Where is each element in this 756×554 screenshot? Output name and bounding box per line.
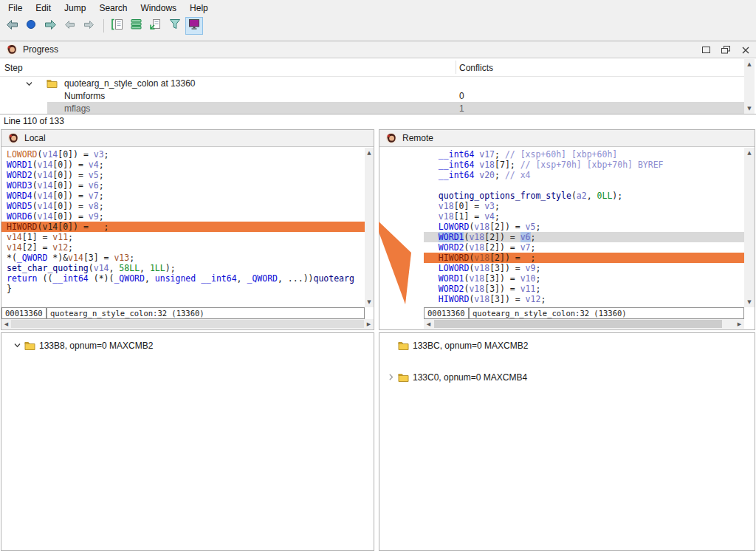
scroll-down-icon[interactable]: ▼	[744, 103, 755, 114]
code-line[interactable]: LOWORD(v18[2]) = v5;	[424, 222, 744, 232]
code-line[interactable]: WORD1(v18[3]) = v10;	[424, 273, 744, 284]
code-line[interactable]: set_char_quoting(v14, 58LL, 1LL);	[1, 263, 365, 273]
menubar: FileEditJumpSearchWindowsHelp	[0, 0, 756, 16]
tree-item[interactable]: 133B8, opnum=0 MAXCMB2	[1, 339, 153, 352]
merge-docs-button[interactable]	[109, 17, 126, 35]
code-line[interactable]: HIWORD(v14[0]) = ;	[1, 222, 365, 232]
scroll-down-icon[interactable]: ▼	[365, 297, 374, 307]
code-line[interactable]: LOWORD(v14[0]) = v3;	[1, 149, 365, 160]
local-tree-panel: 133B8, opnum=0 MAXCMB2	[1, 332, 374, 551]
code-line[interactable]: WORD1(v18[2]) = v6;	[424, 232, 744, 242]
menu-windows[interactable]: Windows	[134, 1, 183, 16]
code-line[interactable]: __int64 v20; // x4	[424, 170, 744, 180]
expander-closed-icon[interactable]	[385, 373, 396, 381]
local-vscrollbar[interactable]: ▲ ▼	[365, 148, 374, 307]
code-line[interactable]: HIWORD(v18[3]) = v12;	[424, 294, 744, 304]
merge-view-monitor-icon	[188, 18, 201, 33]
menu-search[interactable]: Search	[92, 1, 134, 16]
jump-back-icon	[64, 19, 75, 33]
code-line[interactable]: WORD1(v14[0]) = v4;	[1, 160, 365, 170]
local-address: 00013360	[1, 307, 47, 319]
progress-row[interactable]: Numforms0	[0, 89, 744, 102]
remote-tree-panel: 133BC, opnum=0 MAXCMB2133C0, opnum=0 MAX…	[379, 332, 755, 551]
code-line[interactable]: LOWORD(v18[3]) = v9;	[424, 263, 744, 273]
progress-row-value: 1	[459, 103, 464, 114]
remote-vscrollbar[interactable]: ▲ ▼	[744, 148, 755, 307]
local-pane: Local LOWORD(v14[0]) = v3;WORD1(v14[0]) …	[1, 129, 374, 330]
merge-list-button[interactable]	[128, 17, 145, 35]
scroll-left-icon[interactable]: ◀	[1, 319, 11, 329]
code-line[interactable]: WORD2(v18[3]) = v11;	[424, 284, 744, 294]
menu-jump[interactable]: Jump	[58, 1, 92, 16]
code-line[interactable]: WORD4(v14[0]) = v7;	[1, 191, 365, 201]
code-line[interactable]: *(_QWORD *)&v14[3] = v13;	[1, 253, 365, 263]
scroll-up-icon[interactable]: ▲	[365, 148, 374, 158]
scrollbar-thumb[interactable]	[11, 320, 364, 328]
code-line[interactable]: v18[0] = v3;	[424, 201, 744, 211]
code-line[interactable]: quoting_options_from_style(a2, 0LL);	[424, 191, 744, 201]
menu-file[interactable]: File	[1, 1, 29, 16]
nav-forward-button[interactable]	[41, 17, 59, 35]
code-line[interactable]: }	[1, 284, 365, 294]
code-line[interactable]: v18[1] = v4;	[424, 211, 744, 222]
nav-current-button[interactable]	[22, 17, 40, 35]
code-line[interactable]: __int64 v17; // [xsp+60h] [xbp+60h]	[424, 149, 744, 160]
scroll-left-icon[interactable]: ◀	[424, 319, 433, 329]
scroll-right-icon[interactable]: ▶	[364, 319, 374, 329]
doc-export-icon	[149, 18, 162, 33]
scroll-up-icon[interactable]: ▲	[744, 148, 755, 158]
window-chrome: FileEditJumpSearchWindowsHelp	[0, 0, 756, 41]
merge-docs-icon	[111, 18, 124, 33]
doc-export-button[interactable]	[147, 17, 165, 35]
progress-scrollbar[interactable]: ▲ ▼	[744, 59, 755, 114]
code-line[interactable]: v14[1] = v11;	[1, 232, 365, 242]
code-line[interactable]: return ((__int64 (*)(_QWORD, unsigned __…	[1, 273, 365, 284]
scroll-right-icon[interactable]: ▶	[735, 319, 744, 329]
jump-forward-button[interactable]	[80, 17, 97, 35]
toolbar	[0, 16, 756, 36]
local-pane-header[interactable]: Local	[1, 130, 374, 147]
scroll-down-icon[interactable]: ▼	[744, 297, 755, 307]
tree-item[interactable]: 133C0, opnum=0 MAXCMB4	[379, 371, 527, 383]
filter-funnel-icon	[168, 18, 182, 33]
progress-row-value: 0	[459, 91, 464, 101]
code-line[interactable]: WORD3(v14[0]) = v6;	[1, 180, 365, 191]
remote-pane-header[interactable]: Remote	[379, 130, 755, 147]
filter-funnel-button[interactable]	[166, 17, 184, 35]
tree-item[interactable]: 133BC, opnum=0 MAXCMB2	[379, 339, 528, 352]
expander-open-icon[interactable]	[12, 341, 22, 349]
code-line[interactable]	[424, 180, 744, 191]
scrollbar-thumb[interactable]	[434, 320, 722, 328]
code-line[interactable]: HIWORD(v18[2]) = ;	[424, 253, 744, 263]
jump-back-button[interactable]	[61, 17, 78, 35]
code-line[interactable]: WORD5(v14[0]) = v8;	[1, 201, 365, 211]
ida-icon	[7, 132, 19, 144]
expander-open-icon[interactable]	[25, 80, 33, 90]
nav-back-icon	[6, 19, 18, 33]
code-line[interactable]: WORD2(v14[0]) = v5;	[1, 170, 365, 180]
merge-view-button[interactable]	[185, 17, 203, 35]
local-code: LOWORD(v14[0]) = v3;WORD1(v14[0]) = v4;W…	[1, 148, 365, 307]
local-hscrollbar[interactable]: ◀ ▶	[1, 319, 374, 329]
menu-edit[interactable]: Edit	[29, 1, 58, 16]
scroll-up-icon[interactable]: ▲	[744, 59, 755, 69]
progress-panel: Progress Step Conflicts quotearg_n_style…	[0, 41, 756, 114]
code-line[interactable]: WORD6(v14[0]) = v9;	[1, 211, 365, 222]
code-line[interactable]: v14[2] = v12;	[1, 242, 365, 253]
tree-item-label: 133C0, opnum=0 MAXCMB4	[413, 372, 527, 383]
progress-row[interactable]: mflags1	[0, 102, 744, 114]
nav-back-button[interactable]	[3, 17, 21, 35]
code-line[interactable]: WORD2(v18[2]) = v7;	[424, 242, 744, 253]
menu-help[interactable]: Help	[183, 1, 215, 16]
remote-hscrollbar[interactable]: ◀ ▶	[424, 319, 744, 329]
toolbar-separator	[103, 19, 104, 33]
selection-highlight	[47, 102, 744, 114]
tree-item-label: 133B8, opnum=0 MAXCMB2	[39, 341, 153, 351]
jump-forward-icon	[83, 19, 94, 33]
nav-forward-icon	[44, 19, 57, 33]
merge-list-icon	[130, 18, 143, 33]
remote-pane-title: Remote	[402, 133, 433, 143]
code-line[interactable]: __int64 v18[7]; // [xsp+70h] [xbp+70h] B…	[424, 160, 744, 170]
local-function-status: quotearg_n_style_colon:32 (13360)	[47, 307, 365, 319]
progress-row[interactable]: quotearg_n_style_colon at 13360	[0, 77, 744, 89]
